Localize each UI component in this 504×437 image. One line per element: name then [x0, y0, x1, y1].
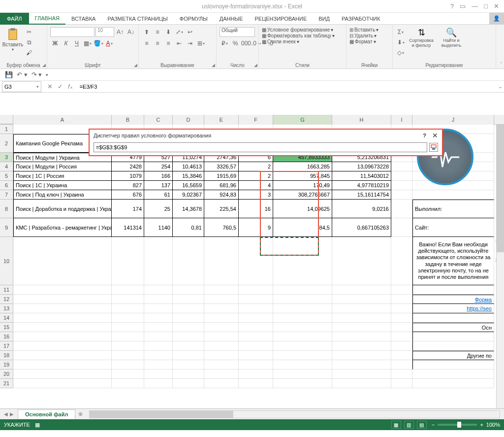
cell[interactable]: 137: [144, 181, 173, 190]
cell[interactable]: [204, 313, 239, 323]
increase-font-icon[interactable]: A↑: [115, 27, 125, 37]
tab-insert[interactable]: ВСТАВКА: [65, 13, 101, 25]
cell[interactable]: Другие по: [412, 351, 494, 360]
cell[interactable]: [239, 351, 273, 360]
cell[interactable]: [204, 323, 239, 332]
cell-styles-button[interactable]: ▦ Стили ячеек ▾: [262, 39, 335, 44]
cell[interactable]: [273, 341, 332, 351]
cell[interactable]: [204, 341, 239, 351]
cell[interactable]: 1140: [144, 218, 173, 237]
cell[interactable]: [391, 295, 412, 304]
cell[interactable]: [391, 332, 412, 341]
cell[interactable]: [173, 379, 204, 388]
page-layout-view-icon[interactable]: ▥: [404, 421, 414, 429]
cell[interactable]: 1915,69: [204, 171, 239, 181]
cell[interactable]: [173, 304, 204, 313]
cell[interactable]: [391, 218, 412, 237]
tab-view[interactable]: ВИД: [313, 13, 336, 25]
align-bottom-icon[interactable]: ⬇: [163, 27, 173, 37]
cell[interactable]: 15,16114754: [332, 190, 391, 200]
add-sheet-icon[interactable]: ⊕: [75, 411, 85, 417]
row-header-9[interactable]: 9: [0, 218, 13, 237]
cell[interactable]: 14,3678: [173, 200, 204, 218]
row-header-10[interactable]: 10: [0, 237, 13, 285]
cell[interactable]: 681,96: [204, 181, 239, 190]
tab-file[interactable]: ФАЙЛ: [0, 13, 29, 25]
cell[interactable]: [13, 237, 112, 285]
cell[interactable]: 1663,285: [273, 162, 332, 171]
cell[interactable]: [273, 360, 332, 370]
cell[interactable]: [391, 379, 412, 388]
cell[interactable]: 924,83: [204, 190, 239, 200]
decrease-font-icon[interactable]: A↓: [126, 27, 136, 37]
cell[interactable]: [273, 370, 332, 379]
cell[interactable]: Поиск | Модули | Россия: [13, 162, 112, 171]
copy-icon[interactable]: ⧉: [24, 37, 34, 47]
sort-filter-button[interactable]: ⇅ Сортировка и фильтр: [407, 27, 436, 48]
cell[interactable]: [112, 341, 144, 351]
cell[interactable]: [13, 341, 112, 351]
cell[interactable]: 13,09673228: [332, 162, 391, 171]
cell[interactable]: [13, 332, 112, 341]
percent-button[interactable]: %: [230, 38, 240, 48]
cell[interactable]: [332, 295, 391, 304]
align-left-icon[interactable]: ≡: [142, 38, 152, 48]
row-header-1[interactable]: 1: [0, 125, 13, 134]
cell[interactable]: [391, 323, 412, 332]
cell[interactable]: [412, 313, 494, 323]
cell[interactable]: 2428: [112, 162, 144, 171]
tab-data[interactable]: ДАННЫЕ: [214, 13, 249, 25]
cell[interactable]: 15,3846: [173, 171, 204, 181]
cell[interactable]: [204, 332, 239, 341]
find-select-button[interactable]: 🔍 Найти и выделить: [437, 27, 466, 48]
cell[interactable]: [112, 360, 144, 370]
tab-formulas[interactable]: ФОРМУЛЫ: [174, 13, 214, 25]
cell[interactable]: [391, 190, 412, 200]
cell[interactable]: 4: [239, 181, 273, 190]
cell[interactable]: [332, 332, 391, 341]
cell[interactable]: [391, 285, 412, 295]
cell[interactable]: 14,09625: [273, 200, 332, 218]
cell[interactable]: [144, 295, 173, 304]
cell[interactable]: [204, 237, 239, 285]
cell[interactable]: [112, 295, 144, 304]
cell[interactable]: [332, 370, 391, 379]
cell[interactable]: [239, 313, 273, 323]
tab-home[interactable]: ГЛАВНАЯ: [29, 13, 65, 25]
autosum-button[interactable]: Σ: [396, 27, 406, 37]
conditional-formatting-button[interactable]: ▦ Условное форматирование ▾: [262, 27, 335, 33]
clear-button[interactable]: ◇: [396, 48, 406, 58]
clipboard-dialog-launcher[interactable]: ◢: [42, 63, 46, 67]
cell[interactable]: [204, 351, 239, 360]
cell[interactable]: [144, 237, 173, 285]
cell[interactable]: [173, 237, 204, 285]
cell[interactable]: [112, 285, 144, 295]
cell[interactable]: [273, 379, 332, 388]
conditional-formatting-dialog[interactable]: Диспетчер правил условного форматировани…: [89, 129, 443, 156]
format-as-table-button[interactable]: ▦ Форматировать как таблицу ▾: [262, 33, 335, 38]
cell[interactable]: [391, 341, 412, 351]
cell[interactable]: [173, 341, 204, 351]
row-header-13[interactable]: 13: [0, 304, 13, 313]
cell[interactable]: [112, 332, 144, 341]
cell[interactable]: 225,54: [204, 200, 239, 218]
column-header-D[interactable]: D: [173, 115, 204, 125]
cell[interactable]: 174: [112, 200, 144, 218]
cell[interactable]: [332, 237, 391, 285]
user-account-icon[interactable]: 👤: [489, 13, 504, 25]
cell[interactable]: [204, 304, 239, 313]
cell[interactable]: [273, 295, 332, 304]
font-family-select[interactable]: [50, 27, 94, 37]
font-dialog-launcher[interactable]: ◢: [134, 63, 137, 67]
cell[interactable]: [412, 341, 494, 351]
cell[interactable]: 166: [144, 171, 173, 181]
cell[interactable]: [273, 313, 332, 323]
row-header-3[interactable]: 3: [0, 153, 13, 162]
cell[interactable]: [144, 360, 173, 370]
row-header-6[interactable]: 6: [0, 181, 13, 190]
indent-decrease-icon[interactable]: ⇤: [174, 38, 184, 48]
number-format-select[interactable]: Общий: [220, 27, 255, 37]
cell[interactable]: [13, 360, 112, 370]
column-header-H[interactable]: H: [332, 115, 391, 125]
cell[interactable]: [112, 323, 144, 332]
